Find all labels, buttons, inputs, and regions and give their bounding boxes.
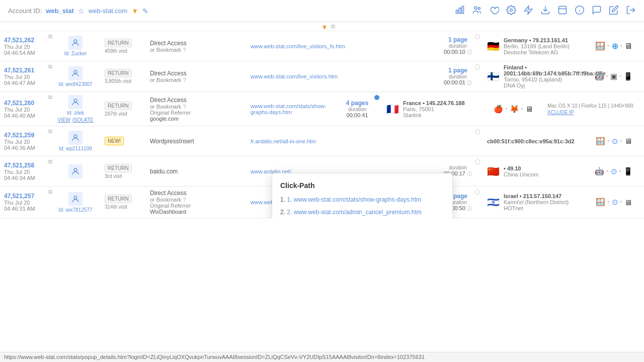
country-info: France • 145.224.76.188 Paris, 75001 Sta… (403, 100, 465, 118)
return-badge: RETURN (105, 164, 132, 172)
visit-date: Thu Jul 20 (4, 139, 46, 145)
duration-info-icon[interactable]: ⓘ (467, 206, 472, 211)
visit-id[interactable]: 47,521,262 (4, 37, 46, 44)
os-icon: 🤖 (595, 72, 604, 81)
activity-dot (475, 190, 480, 195)
help-icon[interactable]: ? (183, 104, 186, 110)
dropdown-icon[interactable]: ▼ (131, 7, 138, 15)
visit-id[interactable]: 47,521,259 (4, 132, 46, 139)
browser-icon: ⊕ (612, 41, 618, 51)
activity-dot (374, 95, 379, 100)
row-bookmark-icon[interactable]: ⧉ (48, 63, 52, 70)
visit-id-cell: 47,521,260 Thu Jul 20 04:46:40 AM (0, 92, 50, 126)
user-id[interactable]: Id: wp2111100 (59, 146, 92, 151)
account-id[interactable]: web_stat (46, 7, 74, 15)
popup-item-url[interactable]: 1. www.web-stat.com/stats/show-graphs-da… (287, 196, 421, 203)
users-icon[interactable] (472, 5, 482, 17)
svg-point-19 (74, 196, 77, 199)
visit-time: 04:46:36 AM (4, 145, 46, 151)
source-sub: or Bookmark ? (150, 197, 243, 203)
user-avatar (68, 164, 83, 178)
popup-item-number: 1. (280, 196, 287, 203)
page-url[interactable]: www.web-stat.com/live_visitors.htm (251, 73, 338, 79)
isolate-button[interactable]: ISOLATE (72, 117, 94, 123)
svg-point-18 (74, 168, 77, 171)
visit-id[interactable]: 47,521,261 (4, 67, 46, 74)
visit-id[interactable]: 47,521,258 (4, 162, 46, 169)
pages-cell: 1 page duration 00:00:01 ⓘ (433, 61, 483, 92)
lightning-icon[interactable] (523, 5, 533, 17)
view-button[interactable]: VIEW (57, 117, 70, 123)
visitors-table: ▼ ⧉ ⧉ 47,521,262 Thu Jul 20 04:46:54 AM … (0, 22, 644, 218)
popup-item-url[interactable]: 2. www.web-stat.com/admin_cancel_premium… (287, 209, 421, 216)
help-icon[interactable]: ? (183, 77, 186, 83)
table-row: ⧉ 47,521,262 Thu Jul 20 04:46:54 AM Id: … (0, 31, 644, 61)
activity-dot (475, 34, 480, 39)
dot-separator: • (619, 73, 621, 80)
source-main: Direct Access (150, 97, 243, 104)
browser-icon: ⊙ (611, 167, 617, 176)
exclude-ip-button[interactable]: XCLUDE IP (547, 110, 640, 115)
row-bookmark-icon[interactable]: ⧉ (48, 33, 52, 40)
popup-item-number: 2. (280, 209, 287, 216)
source-sub: or Bookmark ? (150, 47, 243, 53)
activity-dot (475, 129, 480, 134)
visit-count: 3rd visit (105, 173, 122, 179)
dot-separator: • (607, 43, 609, 50)
heart-icon[interactable] (489, 5, 499, 17)
visit-id[interactable]: 47,521,260 (4, 100, 46, 107)
duration-value: 00:00:01 ⓘ (444, 79, 472, 86)
popup-item-2[interactable]: 2. 2. www.web-stat.com/admin_cancel_prem… (280, 208, 444, 217)
help-icon[interactable]: ? (183, 47, 186, 53)
row-bookmark-icon[interactable]: ⧉ (48, 94, 52, 101)
duration-info-icon[interactable]: ⓘ (467, 171, 472, 176)
page-url[interactable]: www.web-stat.com/live_visitors_fs.htm (251, 43, 345, 49)
source-main: baidu.com (150, 168, 243, 175)
dot-separator: • (606, 168, 608, 175)
source-main: WordpressInsert (150, 138, 243, 145)
country-info: Germany • 79.213.161.41 Berlin, 13189 (L… (504, 37, 570, 55)
user-id[interactable]: Id: wix7812577 (58, 207, 92, 213)
chart-icon[interactable] (455, 5, 465, 17)
popup-item-1[interactable]: 1. 1. www.web-stat.com/stats/show-graphs… (280, 196, 444, 204)
user-avatar (68, 36, 83, 50)
browser-cell: 🤖 • ▣ • 📱 (584, 61, 644, 92)
edit-icon[interactable] (609, 5, 619, 17)
svg-rect-8 (559, 7, 567, 14)
dot-separator: • (521, 106, 523, 113)
visit-id-cell: 47,521,257 Thu Jul 20 04:46:31 AM (0, 187, 50, 218)
duration-info-icon[interactable]: ⓘ (467, 80, 472, 85)
os-details: Mac OS X 10 | Firefox 115 | 1440×900 (547, 103, 640, 109)
user-id[interactable]: Id: zilek (67, 110, 84, 116)
original-referrer-label: Original Referrer (150, 203, 243, 209)
gear-icon[interactable] (506, 5, 516, 17)
visit-date: Thu Jul 20 (4, 107, 46, 113)
page-url[interactable]: www.web-stat.com/stats/show-graphs-days.… (251, 103, 328, 115)
os-icon: 🪟 (596, 198, 605, 207)
country-city: Karmi'el (Northern District) (504, 199, 569, 205)
user-id[interactable]: Id: Zucker (64, 51, 87, 56)
country-flag: 🇫🇷 (386, 103, 399, 115)
download-icon[interactable] (540, 5, 550, 17)
browser-icon: ⊙ (612, 137, 618, 146)
chat-icon[interactable] (592, 5, 602, 17)
visit-id[interactable]: 47,521,257 (4, 193, 46, 200)
row-bookmark-icon[interactable]: ⧉ (48, 158, 52, 165)
duration-info-icon[interactable]: ⓘ (467, 49, 472, 55)
os-icon: 🤖 (595, 167, 604, 176)
duration-label: duration (449, 43, 467, 49)
user-avatar (68, 66, 83, 80)
duration-label: duration (449, 165, 467, 170)
info-icon[interactable] (575, 5, 585, 17)
edit-pencil-icon[interactable]: ✎ (142, 7, 148, 15)
row-bookmark-icon[interactable]: ⧉ (48, 128, 52, 135)
row-bookmark-icon[interactable]: ⧉ (48, 189, 52, 195)
user-id[interactable]: Id: wix8423007 (58, 81, 92, 87)
svg-point-4 (478, 8, 480, 10)
bookmark-top-icon[interactable]: ⧉ (331, 23, 335, 30)
domain-link[interactable]: web-stat.com (89, 7, 127, 15)
page-url[interactable]: fr.ardalio.net/all-in-one.htm (251, 138, 316, 144)
help-icon[interactable]: ? (183, 197, 186, 203)
window-icon[interactable] (557, 5, 568, 17)
exit-icon[interactable] (626, 5, 636, 17)
